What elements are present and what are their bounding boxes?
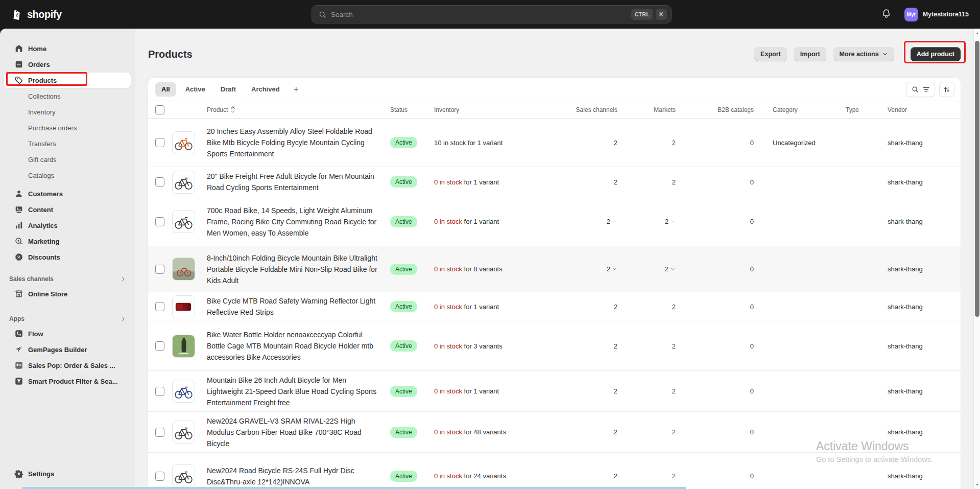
status-badge: Active xyxy=(390,386,417,397)
sales-channels-cell[interactable]: 2 xyxy=(607,265,617,273)
scroll-down-arrow[interactable]: ▼ xyxy=(974,483,980,486)
vendor-cell: shark-thang xyxy=(888,218,923,225)
table-row[interactable]: 20 Inches Easy Assembly Alloy Steel Fold… xyxy=(148,119,961,167)
table-row[interactable]: 20" Bike Freight Free Adult Bicycle for … xyxy=(148,167,961,197)
table-row[interactable]: New2024 Road Bicycle RS-24S Full Hydr Di… xyxy=(148,453,961,489)
sidebar-item-label: Online Store xyxy=(28,290,67,298)
product-title[interactable]: 8-Inch/10inch Folding Bicycle Mountain B… xyxy=(207,252,378,286)
row-checkbox[interactable] xyxy=(155,472,164,481)
tab-archived[interactable]: Archived xyxy=(245,82,286,97)
scrollbar-thumb[interactable] xyxy=(975,41,979,317)
add-product-button[interactable]: Add product xyxy=(911,47,961,61)
markets-cell[interactable]: 2 xyxy=(665,218,676,225)
add-view-button[interactable]: + xyxy=(289,82,303,97)
sidebar-item-catalogs[interactable]: Catalogs xyxy=(4,168,131,183)
sidebar-item-sales-pop-order-sales[interactable]: Sales Pop: Order & Sales ... xyxy=(4,358,131,373)
global-search[interactable]: CTRL K xyxy=(312,5,672,24)
scroll-up-arrow[interactable]: ▲ xyxy=(974,31,980,35)
section-header-apps[interactable]: Apps xyxy=(0,312,135,326)
row-checkbox[interactable] xyxy=(155,265,164,274)
sidebar-item-smart-product-filter-sea[interactable]: Smart Product Filter & Sea... xyxy=(4,374,131,389)
more-actions-button[interactable]: More actions xyxy=(833,47,894,61)
export-button[interactable]: Export xyxy=(754,47,787,61)
sidebar-item-products[interactable]: Products xyxy=(4,73,131,88)
sidebar-item-transfers[interactable]: Transfers xyxy=(4,136,131,151)
sidebar-item-orders[interactable]: Orders xyxy=(4,57,131,72)
search-input[interactable] xyxy=(331,11,629,18)
column-sort-icon[interactable] xyxy=(230,106,235,113)
b2b-catalogs-cell-value: 0 xyxy=(750,139,754,147)
sidebar-item-gift-cards[interactable]: Gift cards xyxy=(4,152,131,167)
row-checkbox[interactable] xyxy=(155,428,164,437)
row-checkbox[interactable] xyxy=(155,341,164,351)
sidebar-item-settings[interactable]: Settings xyxy=(4,466,131,481)
sales-channels-cell[interactable]: 2 xyxy=(607,218,617,225)
tab-all[interactable]: All xyxy=(155,82,176,97)
inventory-suffix: for 48 variants xyxy=(464,428,506,436)
sidebar-item-gempages-builder[interactable]: GemPages Builder xyxy=(4,342,131,357)
select-all-checkbox[interactable] xyxy=(155,105,164,114)
product-title[interactable]: 20" Bike Freight Free Adult Bicycle for … xyxy=(207,171,378,193)
markets-cell[interactable]: 2 xyxy=(665,265,676,273)
sales-channels-cell-value: 2 xyxy=(614,342,617,350)
tab-label: Archived xyxy=(251,85,280,93)
row-checkbox[interactable] xyxy=(155,387,164,396)
tab-active[interactable]: Active xyxy=(179,82,211,97)
markets-cell-value: 2 xyxy=(672,387,676,395)
row-checkbox[interactable] xyxy=(155,177,164,187)
products-icon xyxy=(14,76,23,85)
filter-icon xyxy=(922,86,930,93)
import-button[interactable]: Import xyxy=(794,47,826,61)
product-title[interactable]: 20 Inches Easy Assembly Alloy Steel Fold… xyxy=(207,126,378,159)
table-row[interactable]: Mountain Bike 26 Inch Adult Bicycle for … xyxy=(148,371,961,412)
vertical-scrollbar[interactable]: ▲ ▼ xyxy=(973,29,980,489)
product-title[interactable]: 700c Road Bike, 14 Speeds, Light Weight … xyxy=(207,205,378,239)
sidebar-item-content[interactable]: Content xyxy=(4,202,131,217)
search-filter-button[interactable] xyxy=(906,82,935,97)
sidebar-item-online-store[interactable]: Online Store xyxy=(4,286,131,301)
sidebar-item-marketing[interactable]: Marketing xyxy=(4,234,131,249)
sales-channels-cell: 2 xyxy=(614,178,617,186)
row-checkbox[interactable] xyxy=(155,302,164,311)
column-header-product[interactable]: Product xyxy=(169,106,383,113)
inventory-suffix: for 1 variant xyxy=(464,218,499,225)
sidebar-item-purchase-orders[interactable]: Purchase orders xyxy=(4,120,131,135)
markets-cell: 2 xyxy=(672,139,676,147)
product-title[interactable]: New2024 GRAVEL-V3 SRAM RIVAL-22S High Mo… xyxy=(207,415,378,449)
notifications-button[interactable] xyxy=(878,6,895,23)
orders-icon xyxy=(14,60,23,69)
sidebar-item-label: GemPages Builder xyxy=(28,346,87,354)
sidebar-item-flow[interactable]: Flow xyxy=(4,326,131,341)
sales-channels-cell-value: 2 xyxy=(607,218,610,225)
product-title[interactable]: Mountain Bike 26 Inch Adult Bicycle for … xyxy=(207,375,378,408)
inventory-cell: 0 in stock for 1 variant xyxy=(430,387,567,395)
row-checkbox[interactable] xyxy=(155,138,164,147)
page-title: Products xyxy=(148,49,193,60)
sidebar-item-inventory[interactable]: Inventory xyxy=(4,104,131,120)
table-row[interactable]: New2024 GRAVEL-V3 SRAM RIVAL-22S High Mo… xyxy=(148,412,961,453)
sidebar-item-discounts[interactable]: Discounts xyxy=(4,249,131,265)
b2b-catalogs-cell-value: 0 xyxy=(750,387,754,395)
section-header-sales-channels[interactable]: Sales channels xyxy=(0,272,135,286)
page-actions: ExportImportMore actionsAdd product xyxy=(754,47,961,61)
inventory-stock: 10 in stock xyxy=(434,139,466,147)
sidebar-item-collections[interactable]: Collections xyxy=(4,88,131,104)
chevron-down-icon xyxy=(612,266,617,272)
product-title[interactable]: New2024 Road Bicycle RS-24S Full Hydr Di… xyxy=(207,465,378,487)
product-title[interactable]: Bike Water Bottle Holder велоаксессуар C… xyxy=(207,329,378,363)
table-row[interactable]: Bike Water Bottle Holder велоаксессуар C… xyxy=(148,321,961,371)
sidebar-item-home[interactable]: Home xyxy=(4,41,131,56)
sidebar-item-customers[interactable]: Customers xyxy=(4,186,131,201)
table-row[interactable]: 8-Inch/10inch Folding Bicycle Mountain B… xyxy=(148,246,961,292)
row-checkbox[interactable] xyxy=(155,217,164,226)
table-row[interactable]: Bike Cycle MTB Road Safety Warning Refle… xyxy=(148,292,961,321)
markets-cell: 2 xyxy=(672,428,676,436)
product-title[interactable]: Bike Cycle MTB Road Safety Warning Refle… xyxy=(207,295,378,318)
inventory-suffix: for 8 variants xyxy=(464,265,503,273)
account-menu[interactable]: Myt Myteststore115 xyxy=(902,6,973,24)
sidebar-item-analytics[interactable]: Analytics xyxy=(4,218,131,233)
table-row[interactable]: 700c Road Bike, 14 Speeds, Light Weight … xyxy=(148,197,961,246)
tab-draft[interactable]: Draft xyxy=(214,82,242,97)
sort-button[interactable] xyxy=(939,82,954,97)
shopify-logo[interactable]: shopify xyxy=(10,8,62,21)
